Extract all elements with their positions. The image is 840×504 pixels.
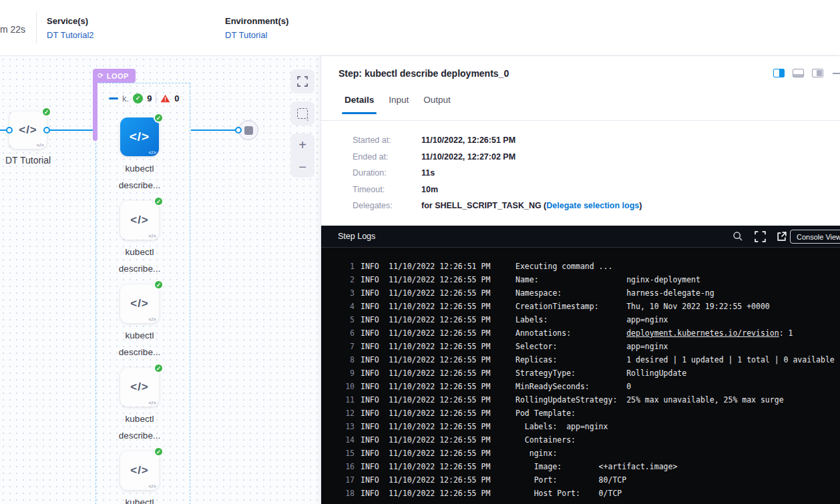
log-level: INFO (361, 288, 389, 298)
log-timestamp: 11/10/2022 12:26:55 PM (389, 382, 515, 391)
stage-node-dt-tutorial[interactable]: </> </> ✓ (9, 111, 47, 149)
log-line-number: 18 (329, 489, 355, 498)
log-message: Namespace: harness-delegate-ng (515, 288, 714, 298)
loop-icon: ⟳ (97, 71, 104, 80)
log-line: 6INFO11/10/2022 12:26:55 PMAnnotations: … (321, 326, 840, 340)
step-logs-output[interactable]: 1INFO11/10/2022 12:26:51 PMExecuting com… (321, 248, 840, 504)
log-timestamp: 11/10/2022 12:26:55 PM (389, 462, 515, 471)
node-port[interactable] (43, 127, 50, 134)
zoom-in-button[interactable]: + (290, 134, 314, 156)
stage-node-label: DT Tutorial (0, 155, 68, 166)
log-line: 5INFO11/10/2022 12:26:55 PMLabels: app=n… (321, 313, 840, 326)
log-timestamp: 11/10/2022 12:26:55 PM (389, 315, 515, 324)
zoom-panel: + − (290, 134, 314, 178)
log-timestamp: 11/10/2022 12:26:55 PM (389, 368, 515, 378)
step-node-label: kubectldescribe... (93, 494, 186, 504)
layout-docked-icon[interactable] (812, 69, 823, 77)
expand-fullscreen-icon[interactable] (755, 231, 766, 242)
log-line-number: 6 (329, 328, 355, 338)
log-level: INFO (361, 315, 389, 324)
step-label-line2: describe... (119, 431, 160, 441)
step-label-line1: kubectl (126, 414, 154, 424)
fullscreen-icon (297, 76, 308, 87)
marquee-select-button[interactable] (290, 101, 314, 125)
code-icon: </> (130, 381, 149, 394)
log-level: INFO (361, 262, 389, 271)
search-icon[interactable] (732, 231, 743, 242)
step-node-label: kubectldescribe... (93, 327, 186, 360)
step-node[interactable]: </></>✓ (120, 368, 159, 407)
log-level: INFO (361, 342, 389, 351)
fullscreen-button[interactable] (290, 69, 314, 93)
layout-split-right-icon[interactable] (773, 69, 785, 77)
services-block: Service(s) DT Tutorial2 (47, 16, 94, 40)
node-port[interactable] (6, 127, 13, 134)
log-timestamp: 11/10/2022 12:26:55 PM (389, 342, 515, 351)
log-timestamp: 11/10/2022 12:26:55 PM (389, 475, 515, 485)
log-message: Labels: app=nginx (515, 422, 608, 431)
node-port[interactable] (235, 127, 242, 134)
layout-split-bottom-icon[interactable] (793, 69, 804, 77)
log-message: Port: 80/TCP (515, 475, 626, 485)
log-message: Selector: app=nginx (515, 342, 668, 351)
detail-value: 11s (421, 168, 435, 178)
log-level: INFO (361, 368, 389, 378)
log-message: Replicas: 1 desired | 1 updated | 1 tota… (515, 355, 835, 364)
log-message: Containers: (515, 435, 576, 445)
collapse-group-icon[interactable] (109, 97, 118, 99)
details-section: Started at:11/10/2022, 12:26:51 PMEnded … (353, 132, 642, 214)
log-timestamp: 11/10/2022 12:26:51 PM (389, 262, 515, 271)
tab-details[interactable]: Details (345, 95, 374, 114)
step-node[interactable]: </></>✓ (120, 284, 159, 323)
log-timestamp: 11/10/2022 12:26:55 PM (389, 489, 515, 498)
log-line: 2INFO11/10/2022 12:26:55 PMName: nginx-d… (321, 273, 840, 286)
marquee-select-icon (297, 108, 308, 119)
step-label-line2: describe... (119, 264, 160, 274)
zoom-out-button[interactable]: − (290, 156, 314, 178)
detail-label: Started at: (353, 136, 421, 145)
log-line: 15INFO11/10/2022 12:26:55 PM nginx: (321, 447, 840, 460)
code-icon: </> (19, 123, 37, 137)
log-line: 16INFO11/10/2022 12:26:55 PM Image: <+ar… (321, 460, 840, 473)
canvas-controls: + − (290, 69, 314, 178)
step-label-line2: describe... (119, 180, 160, 190)
log-level: INFO (361, 409, 389, 418)
console-view-button[interactable]: Console View (790, 230, 840, 244)
step-node-label: kubectldescribe... (93, 411, 186, 444)
detail-row: Ended at:11/10/2022, 12:27:02 PM (353, 149, 642, 166)
environments-block: Environment(s) DT Tutorial (225, 16, 288, 40)
step-node[interactable]: </></>✓ (120, 201, 159, 240)
step-node-label: kubectldescribe... (93, 244, 186, 277)
success-badge-icon: ✓ (154, 447, 164, 457)
log-line: 1INFO11/10/2022 12:26:51 PMExecuting com… (321, 260, 840, 273)
step-logs-title: Step Logs (338, 232, 375, 241)
service-link[interactable]: DT Tutorial2 (47, 30, 94, 40)
log-line-number: 14 (329, 435, 355, 445)
open-external-icon[interactable] (776, 231, 787, 242)
log-level: INFO (361, 422, 389, 431)
tab-input[interactable]: Input (389, 95, 409, 114)
code-icon: </> (130, 214, 149, 227)
log-line: 17INFO11/10/2022 12:26:55 PM Port: 80/TC… (321, 473, 840, 487)
edge-line (49, 130, 93, 131)
environment-link[interactable]: DT Tutorial (225, 30, 288, 40)
tab-output[interactable]: Output (423, 95, 451, 114)
log-line-number: 2 (329, 275, 355, 284)
step-node[interactable]: </></>✓ (120, 451, 159, 490)
log-message: Image: <+artifact.image> (515, 462, 677, 471)
stop-icon (244, 126, 253, 135)
loop-badge-label: LOOP (107, 72, 129, 80)
success-count-icon: ✓ (133, 93, 143, 103)
pipeline-canvas[interactable]: </> </> ✓ DT Tutorial ⟳ LOOP k. ✓ 9 0 </… (0, 56, 322, 504)
log-link[interactable]: deployment.kubernetes.io/revision (626, 328, 779, 338)
log-level: INFO (361, 435, 389, 445)
step-label-line1: kubectl (126, 164, 154, 174)
log-line: 4INFO11/10/2022 12:26:55 PMCreationTimes… (321, 300, 840, 313)
minimize-icon[interactable] (833, 73, 840, 74)
log-line-number: 12 (329, 409, 355, 418)
delegate-selection-logs-link[interactable]: Delegate selection logs (546, 201, 639, 210)
step-node-selected[interactable]: </></>✓ (120, 117, 159, 156)
log-timestamp: 11/10/2022 12:26:55 PM (389, 302, 515, 311)
script-type-icon: </> (148, 234, 156, 238)
services-label: Service(s) (47, 16, 94, 26)
